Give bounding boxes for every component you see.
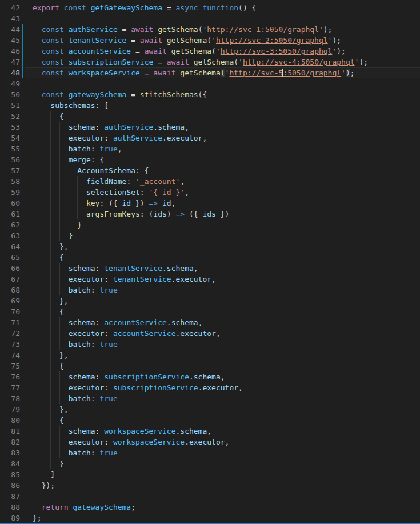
code-line[interactable]: 79 }, — [0, 404, 420, 415]
code-line[interactable]: 75 { — [0, 361, 420, 371]
code-token: batch — [69, 340, 91, 349]
code-token: ' — [319, 25, 323, 34]
code-line[interactable]: 58 fieldName: '_account', — [0, 176, 420, 187]
code-line[interactable]: 60 key: ({ id }) => id, — [0, 198, 420, 209]
code-content: }, — [25, 241, 420, 252]
code-line[interactable]: 63 } — [0, 230, 420, 241]
code-line[interactable]: 80 { — [0, 415, 420, 426]
code-token — [64, 47, 69, 55]
code-line[interactable]: 53 schema: authService.schema, — [0, 122, 420, 133]
code-token: schema — [171, 318, 198, 327]
code-token: await — [167, 58, 189, 66]
code-line[interactable]: 86 }); — [0, 480, 420, 491]
code-token: }) — [131, 199, 149, 207]
code-line[interactable]: 89}; — [0, 513, 420, 523]
code-content: { — [25, 361, 420, 371]
code-token: true — [99, 145, 117, 153]
code-line[interactable]: 44 const authService = await getSchema('… — [0, 24, 420, 35]
code-content: const subscriptionService = await getSch… — [25, 57, 420, 67]
code-line[interactable]: 81 schema: workspaceService.schema, — [0, 426, 420, 437]
code-token — [64, 69, 69, 77]
url-link[interactable]: http://svc-4:5050/graphql — [243, 58, 355, 66]
line-number: 69 — [0, 295, 25, 306]
indent-whitespace — [33, 155, 69, 164]
code-line[interactable]: 46 const accountService = await getSchem… — [0, 46, 420, 57]
code-line[interactable]: 73 batch: true — [0, 339, 420, 350]
code-line[interactable]: 59 selectionSet: '{ id }', — [0, 187, 420, 198]
code-line[interactable]: 50 const gatewaySchema = stitchSchemas({ — [0, 89, 420, 100]
code-line[interactable]: 48 const workspaceService = await getSch… — [0, 67, 420, 78]
code-token: : — [140, 188, 149, 197]
code-line[interactable]: 62 } — [0, 219, 420, 230]
line-number: 89 — [0, 513, 25, 523]
code-line[interactable]: 65 { — [0, 252, 420, 263]
code-text: const authService = await getSchema('htt… — [33, 24, 420, 35]
code-token: : — [95, 427, 105, 435]
code-line[interactable]: 45 const tenantService = await getSchema… — [0, 35, 420, 46]
code-content: subschemas: [ — [25, 100, 420, 111]
code-line[interactable]: 70 { — [0, 306, 420, 317]
code-token: }; — [33, 514, 42, 522]
code-line[interactable]: 85 ] — [0, 469, 420, 480]
code-line[interactable]: 64 }, — [0, 241, 420, 252]
url-link[interactable]: http://svc-3:5050/graphql — [221, 47, 333, 55]
code-content: const gatewaySchema = stitchSchemas({ — [25, 89, 420, 100]
code-line[interactable]: 87 — [0, 491, 420, 502]
indent-whitespace — [33, 112, 59, 121]
url-link[interactable]: http://svc-1:5050/graphql — [207, 25, 319, 34]
line-number: 85 — [0, 469, 25, 480]
code-line[interactable]: 83 batch: true — [0, 447, 420, 458]
line-number: 55 — [0, 143, 25, 154]
url-link[interactable]: http://svc-2:5050/graphql — [216, 36, 328, 45]
code-line[interactable]: 68 batch: true — [0, 285, 420, 295]
code-token: ' — [341, 69, 346, 77]
code-line[interactable]: 78 batch: true — [0, 393, 420, 404]
code-line[interactable]: 51 subschemas: [ — [0, 100, 420, 111]
code-line[interactable]: 76 schema: subscriptionService.schema, — [0, 371, 420, 382]
code-line[interactable]: 54 executor: authService.executor, — [0, 133, 420, 143]
code-line[interactable]: 69 }, — [0, 295, 420, 306]
code-token: ' — [238, 58, 243, 66]
code-line[interactable]: 43 — [0, 13, 420, 24]
code-token: accountService — [104, 318, 167, 327]
code-line[interactable]: 77 executor: subscriptionService.executo… — [0, 382, 420, 393]
code-line[interactable]: 56 merge: { — [0, 154, 420, 165]
line-number: 66 — [0, 263, 25, 274]
indent-whitespace — [33, 329, 69, 338]
code-token: authService — [69, 25, 118, 34]
code-line[interactable]: 88 return gatewaySchema; — [0, 502, 420, 513]
code-line[interactable]: 74 }, — [0, 350, 420, 361]
code-token: ) — [167, 210, 176, 218]
code-line[interactable]: 42export const getGatewaySchema = async … — [0, 2, 420, 13]
url-link[interactable]: http://svc-5 — [229, 69, 283, 77]
code-line[interactable]: 49 — [0, 78, 420, 89]
code-line[interactable]: 82 executor: workspaceService.executor, — [0, 437, 420, 447]
code-content: schema: tenantService.schema, — [25, 263, 420, 274]
code-line[interactable]: 47 const subscriptionService = await get… — [0, 57, 420, 67]
code-token: authService — [104, 123, 153, 131]
code-line[interactable]: 55 batch: true, — [0, 143, 420, 154]
indent-whitespace — [33, 69, 42, 77]
code-line[interactable]: 71 schema: accountService.schema, — [0, 317, 420, 328]
code-token: const — [42, 90, 64, 99]
code-token: = — [118, 25, 131, 34]
code-line[interactable]: 61 argsFromKeys: (ids) => ({ ids }) — [0, 209, 420, 219]
code-token: { — [59, 362, 64, 370]
code-line[interactable]: 84 } — [0, 458, 420, 469]
code-token: ids — [202, 210, 215, 218]
code-line[interactable]: 57 AccountSchema: { — [0, 165, 420, 176]
code-line[interactable]: 66 schema: tenantService.schema, — [0, 263, 420, 274]
code-token: getSchema — [180, 69, 220, 77]
code-line[interactable]: 72 executor: accountService.executor, — [0, 328, 420, 339]
code-line[interactable]: 52 { — [0, 111, 420, 122]
code-token: return — [42, 503, 69, 511]
code-editor[interactable]: 42export const getGatewaySchema = async … — [0, 0, 420, 523]
indent-whitespace — [33, 362, 59, 370]
code-text: }, — [33, 404, 420, 415]
code-text: merge: { — [33, 154, 420, 165]
code-token: : — [91, 394, 100, 403]
code-line[interactable]: 67 executor: tenantService.executor, — [0, 274, 420, 285]
code-token: await — [153, 69, 175, 77]
code-token: const — [42, 36, 64, 45]
url-link[interactable]: :5050/graphql — [283, 69, 341, 77]
